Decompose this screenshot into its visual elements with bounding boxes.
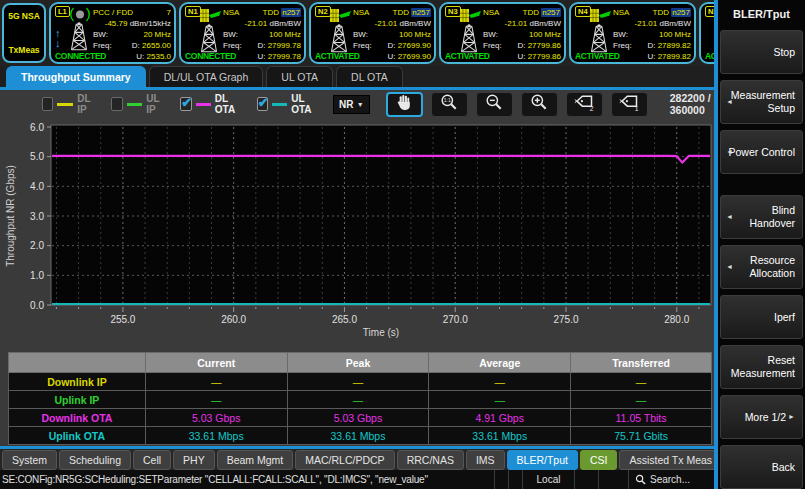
x-tick-label: 280.0 xyxy=(664,314,689,325)
cell-power-unit: dBm/BW xyxy=(659,18,691,29)
tab-phy[interactable]: PHY xyxy=(173,450,215,470)
tab-cell[interactable]: Cell xyxy=(133,450,171,470)
legend-toolbar-row: DL IPUL IPDL OTAUL OTANR▼1:121282200 / 3… xyxy=(0,90,714,118)
column-header: Peak xyxy=(287,353,429,373)
table-cell: 33.61 Mbps xyxy=(145,427,287,445)
legend-item-ul-ip[interactable]: UL IP xyxy=(111,93,166,115)
cell-status-strip: 5G NSA TxMeas L1↑↓PCC / FDD7-45.79 dBm/1… xyxy=(0,0,714,66)
checkbox-ul-ip[interactable] xyxy=(111,97,122,111)
tab-mac-rlc-pdcp[interactable]: MAC/RLC/PDCP xyxy=(295,450,394,470)
marker-1-icon: 1 xyxy=(618,92,640,116)
iperf-button[interactable]: Iperf xyxy=(720,295,803,339)
left-arrow-icon: ◄ xyxy=(726,213,733,221)
cell-panel-n1[interactable]: N1NSATDD n257-21.01 dBm/BWBW:100 MHzFreq… xyxy=(179,2,306,64)
cell-band-number: n257 xyxy=(671,8,691,17)
tab-assisted-tx-meas[interactable]: Assisted Tx Meas xyxy=(619,450,722,470)
cell-freq-label: Freq: xyxy=(93,40,112,51)
tab-bler-tput[interactable]: BLER/Tput xyxy=(507,450,578,470)
sidebar-title: BLER/Tput xyxy=(733,0,790,27)
cell-panel-n2[interactable]: N2NSATDD n257-21.01 dBm/BWBW:100 MHzFreq… xyxy=(309,2,436,64)
category-tab-bar: SystemSchedulingCellPHYBeam MgmtMAC/RLC/… xyxy=(0,446,714,470)
cell-info-rows: NSATDD n257-21.01 dBm/BWBW:100 MHzFreq:D… xyxy=(613,7,691,62)
softkey-label: Reset Measurement xyxy=(728,354,795,379)
checkbox-dl-ip[interactable] xyxy=(42,97,53,111)
x-tick-label: 255.0 xyxy=(110,314,135,325)
cell-freq-dl-row: Freq:D: 2655.00 xyxy=(93,40,171,51)
table-cell: — xyxy=(287,373,429,391)
cell-bw-row: BW:100 MHz xyxy=(483,29,561,40)
cell-panel-n4[interactable]: N4NSATDD n257-21.01 dBm/BWBW:100 MHzFreq… xyxy=(569,2,696,64)
tower-icon xyxy=(457,24,481,54)
stop-button[interactable]: Stop xyxy=(720,30,803,74)
table-cell: 4.91 Gbps xyxy=(429,409,571,427)
tab-ims[interactable]: IMS xyxy=(466,450,505,470)
throughput-chart[interactable]: 0.01.02.03.04.05.06.0255.0260.0265.0270.… xyxy=(0,118,714,346)
y-tick-label: 0.0 xyxy=(30,300,44,311)
graph-tab-bar: Throughput SummaryDL/UL OTA GraphUL OTAD… xyxy=(0,66,714,90)
marker-1-button[interactable]: 1 xyxy=(611,92,648,117)
tab-throughput-summary[interactable]: Throughput Summary xyxy=(6,66,146,87)
tab-system[interactable]: System xyxy=(2,450,57,470)
system-meas-label: TxMeas xyxy=(8,45,39,55)
cell-info-rows: NSATDD n257-21.01 dBm/BWBW:100 MHzFreq:D… xyxy=(483,7,561,62)
main-area: 5G NSA TxMeas L1↑↓PCC / FDD7-45.79 dBm/1… xyxy=(0,0,714,489)
cell-panel-n5[interactable]: N5 ACTIVATED xyxy=(699,2,714,64)
power-control-button[interactable]: ◄Power Control xyxy=(720,130,803,174)
status-bar: SE:CONFig:NR5G:SCHeduling:SETParameter "… xyxy=(0,470,714,489)
measurement-setup-button[interactable]: ◄Measurement Setup xyxy=(720,80,803,124)
softkey-label: Iperf xyxy=(774,311,795,324)
chart-canvas[interactable]: 0.01.02.03.04.05.06.0255.0260.0265.0270.… xyxy=(0,118,714,346)
technology-select[interactable]: NR▼ xyxy=(333,95,370,114)
signal-icon xyxy=(69,7,91,22)
cell-band-label: TDD n257 xyxy=(523,7,561,18)
zoom-in-icon xyxy=(529,92,549,116)
reset-measurement-button[interactable]: Reset Measurement xyxy=(720,345,803,389)
cell-status-label: CONNECTED xyxy=(185,51,236,61)
softkey-label: Blind Handover xyxy=(728,204,795,229)
pan-button[interactable] xyxy=(386,92,423,117)
tab-csi[interactable]: CSI xyxy=(580,450,618,470)
sample-counter: 282200 / 360000 xyxy=(670,92,714,116)
cell-panel-n3[interactable]: N3NSATDD n257-21.01 dBm/BWBW:100 MHzFreq… xyxy=(439,2,566,64)
tab-dl-ota[interactable]: DL OTA xyxy=(336,66,403,87)
tab-beam-mgmt[interactable]: Beam Mgmt xyxy=(217,450,294,470)
left-arrow-icon: ◄ xyxy=(726,148,733,156)
legend-item-ul-ota[interactable]: UL OTA xyxy=(257,93,319,115)
checkbox-dl-ota[interactable] xyxy=(180,97,191,111)
tab-ul-ota[interactable]: UL OTA xyxy=(266,66,333,87)
zoom-in-button[interactable] xyxy=(521,92,558,117)
blind-handover-button[interactable]: ◄Blind Handover xyxy=(720,195,803,239)
row-label: Downlink IP xyxy=(9,373,146,391)
checkbox-ul-ota[interactable] xyxy=(257,97,268,111)
cell-mode-label: NSA xyxy=(483,7,499,18)
system-mode-label: 5G NSA xyxy=(8,11,40,21)
more-1-2-button[interactable]: More 1/2► xyxy=(720,395,803,439)
zoom-out-button[interactable] xyxy=(476,92,513,117)
tab-rrc-nas[interactable]: RRC/NAS xyxy=(397,450,464,470)
resource-allocation-button[interactable]: ◄Resource Allocation xyxy=(720,245,803,289)
legend-label: DL OTA xyxy=(215,93,243,115)
cell-duplex-label: PCC / FDD xyxy=(93,7,133,18)
back-button[interactable]: Back xyxy=(720,445,803,489)
beam-antenna-icon xyxy=(329,8,355,24)
cell-freq-ul-row: U: 27799.86 xyxy=(483,51,561,62)
y-tick-label: 3.0 xyxy=(30,211,44,222)
legend-item-dl-ota[interactable]: DL OTA xyxy=(180,93,242,115)
tower-icon xyxy=(67,22,91,52)
cell-band-number: 7 xyxy=(167,7,171,18)
local-button[interactable]: Local xyxy=(522,470,574,489)
cell-panel-l1[interactable]: L1↑↓PCC / FDD7-45.79 dBm/15kHzBW:20 MHzF… xyxy=(49,2,176,64)
marker-2-button[interactable]: 2 xyxy=(566,92,603,117)
chevron-down-icon: ▼ xyxy=(357,101,364,108)
cell-dl-freq: D: 27799.86 xyxy=(517,40,561,51)
cell-bw-row: BW:100 MHz xyxy=(223,29,301,40)
search-field[interactable]: Search... xyxy=(628,470,714,489)
tab-scheduling[interactable]: Scheduling xyxy=(59,450,131,470)
legend-item-dl-ip[interactable]: DL IP xyxy=(42,93,97,115)
cell-ul-freq: U: 27699.90 xyxy=(387,51,431,62)
zoom-reset-button[interactable]: 1:1 xyxy=(431,92,468,117)
tab-dl-ul-ota-graph[interactable]: DL/UL OTA Graph xyxy=(149,66,264,87)
system-summary-box[interactable]: 5G NSA TxMeas xyxy=(2,3,46,63)
zoom-reset-icon: 1:1 xyxy=(439,92,459,116)
x-tick-label: 275.0 xyxy=(553,314,578,325)
